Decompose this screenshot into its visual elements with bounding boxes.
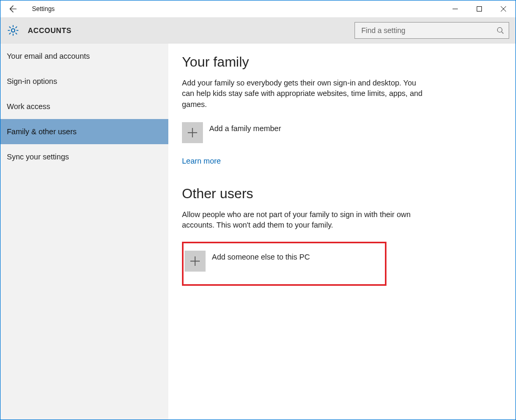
- header: ACCOUNTS: [1, 17, 515, 44]
- sidebar-item-label: Your email and accounts: [7, 52, 90, 60]
- back-button[interactable]: [1, 1, 26, 17]
- add-someone-else-label: Add someone else to this PC: [212, 253, 310, 261]
- main-panel: Your family Add your family so everybody…: [168, 44, 515, 419]
- search-box[interactable]: [354, 22, 509, 39]
- sidebar-item-label: Sync your settings: [7, 153, 69, 161]
- sidebar-item-work-access[interactable]: Work access: [1, 94, 168, 119]
- sidebar-item-sync-settings[interactable]: Sync your settings: [1, 144, 168, 169]
- svg-point-4: [12, 28, 15, 31]
- sidebar-item-label: Family & other users: [7, 127, 77, 136]
- sidebar-item-signin-options[interactable]: Sign-in options: [1, 69, 168, 94]
- sidebar-item-label: Sign-in options: [7, 77, 57, 85]
- search-icon: [496, 26, 504, 35]
- minimize-button[interactable]: [443, 1, 467, 17]
- plus-icon: [187, 127, 198, 138]
- back-arrow-icon: [9, 5, 17, 13]
- plus-icon: [189, 255, 201, 267]
- plus-tile: [185, 251, 206, 272]
- other-users-description: Allow people who are not part of your fa…: [182, 209, 423, 231]
- sidebar: Your email and accounts Sign-in options …: [1, 44, 168, 419]
- close-icon: [501, 6, 506, 12]
- sidebar-item-email-accounts[interactable]: Your email and accounts: [1, 44, 168, 69]
- page-title: ACCOUNTS: [28, 26, 71, 35]
- add-someone-else-button[interactable]: Add someone else to this PC: [182, 242, 386, 286]
- minimize-icon: [453, 6, 458, 12]
- search-input[interactable]: [361, 26, 496, 35]
- your-family-heading: Your family: [182, 54, 500, 70]
- your-family-description: Add your family so everybody gets their …: [182, 78, 423, 110]
- add-family-member-button[interactable]: Add a family member: [182, 121, 500, 144]
- learn-more-link[interactable]: Learn more: [182, 157, 221, 165]
- svg-rect-1: [477, 7, 482, 12]
- maximize-icon: [477, 6, 482, 12]
- window-controls: [443, 1, 515, 17]
- other-users-heading: Other users: [182, 186, 500, 202]
- close-button[interactable]: [491, 1, 515, 17]
- svg-point-5: [498, 27, 502, 32]
- content: Your email and accounts Sign-in options …: [1, 44, 515, 419]
- sidebar-item-label: Work access: [7, 102, 50, 111]
- gear-icon: [7, 24, 19, 37]
- svg-line-6: [501, 31, 503, 34]
- maximize-button[interactable]: [467, 1, 491, 17]
- titlebar: Settings: [1, 1, 515, 17]
- plus-tile: [182, 122, 203, 143]
- header-left: ACCOUNTS: [7, 24, 71, 37]
- window-title: Settings: [32, 5, 55, 13]
- add-family-member-label: Add a family member: [209, 124, 281, 133]
- sidebar-item-family-other-users[interactable]: Family & other users: [1, 119, 168, 144]
